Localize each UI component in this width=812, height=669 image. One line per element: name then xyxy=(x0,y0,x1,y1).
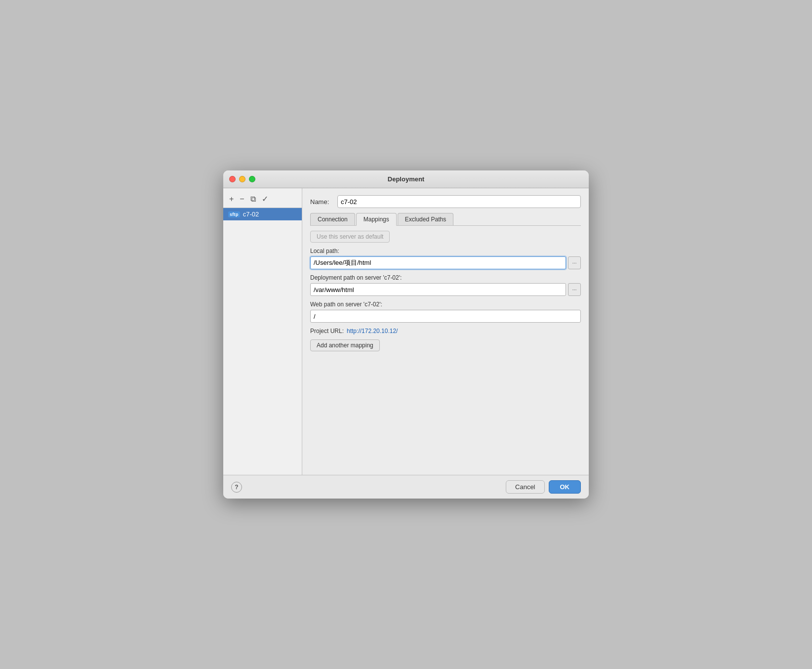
tab-connection[interactable]: Connection xyxy=(310,213,355,225)
copy-server-button[interactable]: ⧉ xyxy=(248,194,258,205)
name-row: Name: xyxy=(310,195,581,208)
main-content: Name: Connection Mappings Excluded Paths… xyxy=(302,188,589,475)
web-path-section: Web path on server 'c7-02': xyxy=(310,301,581,323)
deployment-path-input[interactable] xyxy=(310,283,566,296)
deployment-path-browse-button[interactable]: ··· xyxy=(568,283,581,296)
close-button[interactable] xyxy=(229,176,236,182)
maximize-button[interactable] xyxy=(249,176,255,182)
window-body: + − ⧉ ✓ sftp c7-02 Name: Connection Mapp… xyxy=(223,188,589,475)
sidebar-item-label: c7-02 xyxy=(243,210,259,218)
add-mapping-button[interactable]: Add another mapping xyxy=(310,339,380,351)
help-button[interactable]: ? xyxy=(231,482,242,493)
deployment-path-label: Deployment path on server 'c7-02': xyxy=(310,274,581,281)
project-url-link[interactable]: http://172.20.10.12/ xyxy=(347,328,398,334)
remove-server-button[interactable]: − xyxy=(238,194,246,205)
local-path-browse-button[interactable]: ··· xyxy=(568,256,581,269)
web-path-label: Web path on server 'c7-02': xyxy=(310,301,581,308)
deployment-path-row: ··· xyxy=(310,283,581,296)
name-input[interactable] xyxy=(337,195,581,208)
window-title: Deployment xyxy=(388,175,424,183)
deployment-path-section: Deployment path on server 'c7-02': ··· xyxy=(310,274,581,296)
tab-excluded-paths[interactable]: Excluded Paths xyxy=(398,213,453,225)
window-controls xyxy=(229,176,255,182)
local-path-section: Local path: ··· xyxy=(310,248,581,269)
add-server-button[interactable]: + xyxy=(227,194,236,205)
tab-mappings[interactable]: Mappings xyxy=(356,213,397,226)
project-url-row: Project URL: http://172.20.10.12/ xyxy=(310,328,581,334)
check-server-button[interactable]: ✓ xyxy=(260,193,270,205)
sidebar-toolbar: + − ⧉ ✓ xyxy=(223,190,302,208)
ok-button[interactable]: OK xyxy=(549,480,581,494)
deployment-dialog: Deployment + − ⧉ ✓ sftp c7-02 Name: xyxy=(223,170,589,499)
local-path-row: ··· xyxy=(310,256,581,269)
local-path-input[interactable] xyxy=(310,256,566,269)
sidebar: + − ⧉ ✓ sftp c7-02 xyxy=(223,188,302,475)
project-url-label: Project URL: xyxy=(310,328,344,334)
bottom-bar: ? Cancel OK xyxy=(223,475,589,499)
default-server-button[interactable]: Use this server as default xyxy=(310,231,390,243)
tabs-row: Connection Mappings Excluded Paths xyxy=(310,213,581,226)
local-path-label: Local path: xyxy=(310,248,581,254)
sftp-badge: sftp xyxy=(228,211,240,217)
bottom-actions: Cancel OK xyxy=(506,480,581,494)
sidebar-item-c7-02[interactable]: sftp c7-02 xyxy=(223,208,302,220)
content-spacer xyxy=(310,356,581,468)
name-label: Name: xyxy=(310,198,332,206)
titlebar: Deployment xyxy=(223,170,589,188)
cancel-button[interactable]: Cancel xyxy=(506,480,544,494)
minimize-button[interactable] xyxy=(239,176,245,182)
web-path-input[interactable] xyxy=(310,310,581,323)
